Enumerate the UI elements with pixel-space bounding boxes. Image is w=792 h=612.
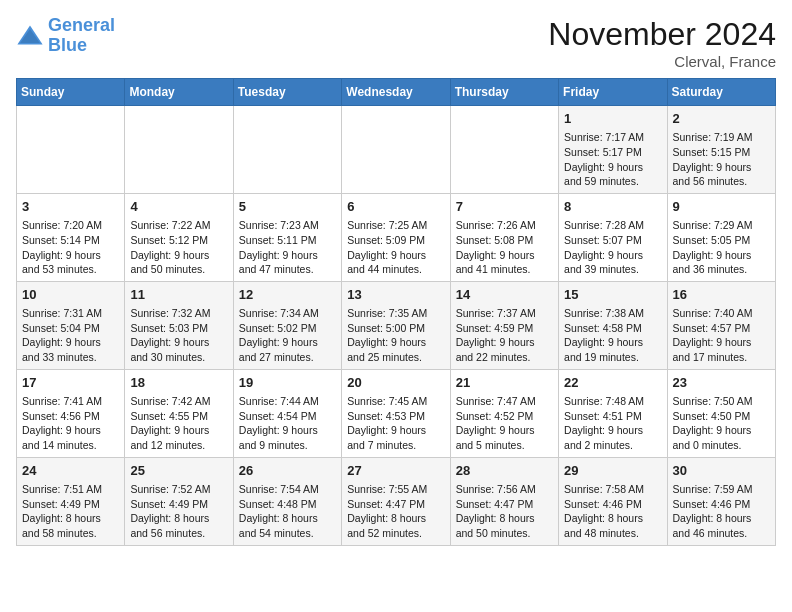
day-number: 11 [130, 286, 227, 304]
logo-line2: Blue [48, 35, 87, 55]
day-number: 22 [564, 374, 661, 392]
calendar-cell: 17Sunrise: 7:41 AM Sunset: 4:56 PM Dayli… [17, 369, 125, 457]
day-number: 2 [673, 110, 770, 128]
day-number: 10 [22, 286, 119, 304]
calendar-cell: 28Sunrise: 7:56 AM Sunset: 4:47 PM Dayli… [450, 457, 558, 545]
day-number: 5 [239, 198, 336, 216]
calendar-cell [233, 106, 341, 194]
calendar-cell: 15Sunrise: 7:38 AM Sunset: 4:58 PM Dayli… [559, 281, 667, 369]
calendar-cell [450, 106, 558, 194]
day-info: Sunrise: 7:58 AM Sunset: 4:46 PM Dayligh… [564, 483, 644, 539]
calendar-cell [342, 106, 450, 194]
day-info: Sunrise: 7:28 AM Sunset: 5:07 PM Dayligh… [564, 219, 644, 275]
day-info: Sunrise: 7:52 AM Sunset: 4:49 PM Dayligh… [130, 483, 210, 539]
day-number: 16 [673, 286, 770, 304]
weekday-header-monday: Monday [125, 79, 233, 106]
day-info: Sunrise: 7:26 AM Sunset: 5:08 PM Dayligh… [456, 219, 536, 275]
day-info: Sunrise: 7:55 AM Sunset: 4:47 PM Dayligh… [347, 483, 427, 539]
header: General Blue November 2024 Clerval, Fran… [16, 16, 776, 70]
calendar-week-row: 17Sunrise: 7:41 AM Sunset: 4:56 PM Dayli… [17, 369, 776, 457]
calendar-cell: 3Sunrise: 7:20 AM Sunset: 5:14 PM Daylig… [17, 193, 125, 281]
calendar-cell: 4Sunrise: 7:22 AM Sunset: 5:12 PM Daylig… [125, 193, 233, 281]
day-info: Sunrise: 7:44 AM Sunset: 4:54 PM Dayligh… [239, 395, 319, 451]
day-number: 3 [22, 198, 119, 216]
calendar-cell: 1Sunrise: 7:17 AM Sunset: 5:17 PM Daylig… [559, 106, 667, 194]
calendar-cell [17, 106, 125, 194]
calendar-cell [125, 106, 233, 194]
day-info: Sunrise: 7:34 AM Sunset: 5:02 PM Dayligh… [239, 307, 319, 363]
day-info: Sunrise: 7:51 AM Sunset: 4:49 PM Dayligh… [22, 483, 102, 539]
day-number: 14 [456, 286, 553, 304]
calendar-week-row: 24Sunrise: 7:51 AM Sunset: 4:49 PM Dayli… [17, 457, 776, 545]
day-number: 29 [564, 462, 661, 480]
day-number: 17 [22, 374, 119, 392]
calendar-cell: 2Sunrise: 7:19 AM Sunset: 5:15 PM Daylig… [667, 106, 775, 194]
day-number: 6 [347, 198, 444, 216]
day-number: 1 [564, 110, 661, 128]
calendar-cell: 30Sunrise: 7:59 AM Sunset: 4:46 PM Dayli… [667, 457, 775, 545]
calendar-cell: 21Sunrise: 7:47 AM Sunset: 4:52 PM Dayli… [450, 369, 558, 457]
calendar-cell: 14Sunrise: 7:37 AM Sunset: 4:59 PM Dayli… [450, 281, 558, 369]
calendar-cell: 20Sunrise: 7:45 AM Sunset: 4:53 PM Dayli… [342, 369, 450, 457]
day-info: Sunrise: 7:47 AM Sunset: 4:52 PM Dayligh… [456, 395, 536, 451]
day-info: Sunrise: 7:31 AM Sunset: 5:04 PM Dayligh… [22, 307, 102, 363]
day-info: Sunrise: 7:54 AM Sunset: 4:48 PM Dayligh… [239, 483, 319, 539]
day-info: Sunrise: 7:37 AM Sunset: 4:59 PM Dayligh… [456, 307, 536, 363]
day-info: Sunrise: 7:19 AM Sunset: 5:15 PM Dayligh… [673, 131, 753, 187]
calendar-cell: 29Sunrise: 7:58 AM Sunset: 4:46 PM Dayli… [559, 457, 667, 545]
calendar-cell: 27Sunrise: 7:55 AM Sunset: 4:47 PM Dayli… [342, 457, 450, 545]
calendar-header-row: SundayMondayTuesdayWednesdayThursdayFrid… [17, 79, 776, 106]
weekday-header-tuesday: Tuesday [233, 79, 341, 106]
calendar-cell: 5Sunrise: 7:23 AM Sunset: 5:11 PM Daylig… [233, 193, 341, 281]
day-number: 30 [673, 462, 770, 480]
logo-line1: General [48, 15, 115, 35]
calendar-cell: 22Sunrise: 7:48 AM Sunset: 4:51 PM Dayli… [559, 369, 667, 457]
day-info: Sunrise: 7:32 AM Sunset: 5:03 PM Dayligh… [130, 307, 210, 363]
calendar-week-row: 1Sunrise: 7:17 AM Sunset: 5:17 PM Daylig… [17, 106, 776, 194]
calendar-cell: 9Sunrise: 7:29 AM Sunset: 5:05 PM Daylig… [667, 193, 775, 281]
title-area: November 2024 Clerval, France [548, 16, 776, 70]
day-number: 4 [130, 198, 227, 216]
calendar-cell: 26Sunrise: 7:54 AM Sunset: 4:48 PM Dayli… [233, 457, 341, 545]
day-info: Sunrise: 7:50 AM Sunset: 4:50 PM Dayligh… [673, 395, 753, 451]
weekday-header-thursday: Thursday [450, 79, 558, 106]
day-info: Sunrise: 7:45 AM Sunset: 4:53 PM Dayligh… [347, 395, 427, 451]
calendar-cell: 18Sunrise: 7:42 AM Sunset: 4:55 PM Dayli… [125, 369, 233, 457]
calendar-cell: 23Sunrise: 7:50 AM Sunset: 4:50 PM Dayli… [667, 369, 775, 457]
calendar-cell: 25Sunrise: 7:52 AM Sunset: 4:49 PM Dayli… [125, 457, 233, 545]
calendar-week-row: 3Sunrise: 7:20 AM Sunset: 5:14 PM Daylig… [17, 193, 776, 281]
day-number: 12 [239, 286, 336, 304]
location-title: Clerval, France [548, 53, 776, 70]
logo: General Blue [16, 16, 115, 56]
day-info: Sunrise: 7:17 AM Sunset: 5:17 PM Dayligh… [564, 131, 644, 187]
logo-icon [16, 22, 44, 50]
calendar-week-row: 10Sunrise: 7:31 AM Sunset: 5:04 PM Dayli… [17, 281, 776, 369]
day-number: 25 [130, 462, 227, 480]
month-title: November 2024 [548, 16, 776, 53]
calendar-cell: 6Sunrise: 7:25 AM Sunset: 5:09 PM Daylig… [342, 193, 450, 281]
calendar-cell: 13Sunrise: 7:35 AM Sunset: 5:00 PM Dayli… [342, 281, 450, 369]
day-number: 8 [564, 198, 661, 216]
day-info: Sunrise: 7:20 AM Sunset: 5:14 PM Dayligh… [22, 219, 102, 275]
day-number: 24 [22, 462, 119, 480]
day-number: 28 [456, 462, 553, 480]
weekday-header-friday: Friday [559, 79, 667, 106]
day-number: 9 [673, 198, 770, 216]
calendar-cell: 24Sunrise: 7:51 AM Sunset: 4:49 PM Dayli… [17, 457, 125, 545]
day-number: 27 [347, 462, 444, 480]
calendar-cell: 12Sunrise: 7:34 AM Sunset: 5:02 PM Dayli… [233, 281, 341, 369]
day-info: Sunrise: 7:48 AM Sunset: 4:51 PM Dayligh… [564, 395, 644, 451]
day-info: Sunrise: 7:59 AM Sunset: 4:46 PM Dayligh… [673, 483, 753, 539]
calendar-body: 1Sunrise: 7:17 AM Sunset: 5:17 PM Daylig… [17, 106, 776, 546]
calendar-cell: 8Sunrise: 7:28 AM Sunset: 5:07 PM Daylig… [559, 193, 667, 281]
day-number: 18 [130, 374, 227, 392]
day-number: 23 [673, 374, 770, 392]
day-info: Sunrise: 7:29 AM Sunset: 5:05 PM Dayligh… [673, 219, 753, 275]
day-info: Sunrise: 7:38 AM Sunset: 4:58 PM Dayligh… [564, 307, 644, 363]
weekday-header-sunday: Sunday [17, 79, 125, 106]
day-info: Sunrise: 7:35 AM Sunset: 5:00 PM Dayligh… [347, 307, 427, 363]
day-number: 26 [239, 462, 336, 480]
calendar-table: SundayMondayTuesdayWednesdayThursdayFrid… [16, 78, 776, 546]
day-number: 15 [564, 286, 661, 304]
day-number: 7 [456, 198, 553, 216]
